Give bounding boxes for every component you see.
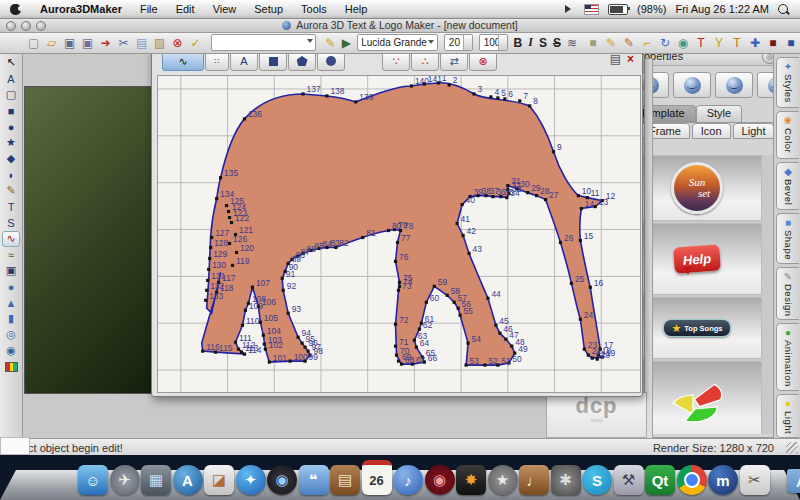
node-4[interactable] [489, 95, 492, 98]
dock-chrome[interactable] [677, 465, 707, 495]
node-9[interactable] [552, 150, 555, 153]
letter-t-red-icon[interactable]: T [692, 35, 709, 51]
node-101[interactable] [268, 360, 271, 363]
node-72[interactable] [394, 323, 397, 326]
style-preset-3[interactable] [715, 72, 753, 98]
delete-icon[interactable]: ⊗ [169, 35, 186, 51]
texture-cube-icon[interactable]: ■ [584, 35, 601, 51]
node-127[interactable] [210, 236, 213, 239]
node-52[interactable] [483, 363, 486, 366]
star-tool[interactable]: ★ [2, 135, 20, 151]
globe-tool[interactable]: ◉ [2, 343, 20, 359]
node-46[interactable] [498, 332, 501, 335]
node-81[interactable] [361, 236, 364, 239]
node-102[interactable] [264, 348, 267, 351]
dock-dashboard[interactable]: ✱ [551, 465, 581, 495]
node-91[interactable] [281, 277, 284, 280]
cone-tool[interactable]: ▲ [2, 295, 20, 311]
node-100[interactable] [289, 360, 292, 363]
font-size-stepper[interactable]: 20 [444, 34, 473, 51]
dock-launchpad[interactable]: ✈ [110, 465, 140, 495]
dock-finder[interactable]: ☺ [78, 465, 108, 495]
close-window-button[interactable] [6, 21, 16, 31]
node-75[interactable] [398, 281, 401, 284]
style-s-button[interactable]: S [539, 36, 547, 50]
node-69[interactable] [397, 360, 400, 363]
char-spacing-button[interactable]: ≋ [567, 36, 577, 50]
node-10[interactable] [577, 194, 580, 197]
node-112[interactable] [237, 348, 240, 351]
dock-contacts[interactable]: ▤ [330, 465, 360, 495]
node-41[interactable] [456, 222, 459, 225]
dock-dvd-player[interactable]: ◉ [425, 465, 455, 495]
curve-tool-button[interactable]: ∿ [162, 52, 204, 71]
node-140[interactable] [410, 84, 413, 87]
apple-menu-icon[interactable] [10, 4, 21, 15]
ellipse-shape-button[interactable] [317, 52, 345, 71]
spotlight-icon[interactable] [778, 4, 788, 14]
node-16[interactable] [589, 286, 592, 289]
rect-shape-button[interactable] [259, 52, 287, 71]
node-14[interactable] [580, 207, 583, 210]
dock-calendar[interactable]: 26 [362, 460, 392, 495]
menu-file[interactable]: File [131, 3, 167, 15]
dialog-save-button[interactable]: ▤ [610, 52, 621, 66]
tab-design[interactable]: ✎Design [776, 267, 799, 321]
globe-texture-icon[interactable]: ◉ [674, 35, 691, 51]
node-103[interactable] [263, 343, 266, 346]
dock-photo-booth[interactable]: ◉ [267, 465, 297, 495]
node-23[interactable] [583, 348, 586, 351]
style-text-tool[interactable]: S [2, 215, 20, 231]
dialog-close-button[interactable]: × [627, 52, 634, 66]
shape-3d-tool[interactable]: ▣ [2, 263, 20, 279]
node-55[interactable] [459, 314, 462, 317]
tab-style[interactable]: Style [696, 105, 742, 122]
node-126[interactable] [228, 242, 231, 245]
node-6[interactable] [503, 97, 506, 100]
resize-grip[interactable] [786, 442, 798, 454]
node-130[interactable] [207, 268, 210, 271]
dock-aurora-3d[interactable]: m [708, 465, 738, 495]
node-68[interactable] [400, 362, 403, 365]
texture-text-tool[interactable]: T [2, 199, 20, 215]
node-21[interactable] [591, 357, 594, 360]
node-24[interactable] [579, 318, 582, 321]
node-5[interactable] [496, 96, 499, 99]
rect-tool[interactable]: ■ [2, 103, 20, 119]
node-43[interactable] [467, 252, 470, 255]
dock-safari[interactable]: ✦ [236, 465, 266, 495]
points-mode-button[interactable]: ∷ [205, 52, 229, 71]
curve-edit-tool[interactable]: ∿ [2, 231, 20, 247]
dock-garageband[interactable]: ♩ [519, 465, 549, 495]
window-controls[interactable] [6, 21, 46, 31]
node-76[interactable] [394, 260, 397, 263]
dock-app-store[interactable]: A [173, 465, 203, 495]
save-as-icon[interactable]: ▣ [79, 35, 96, 51]
menu-aurora3dmaker[interactable]: Aurora3DMaker [31, 3, 131, 15]
minimize-window-button[interactable] [21, 21, 31, 31]
node-74[interactable] [398, 285, 401, 288]
pen-tool[interactable]: ✎ [2, 183, 20, 199]
tab-light[interactable]: ●Light [776, 394, 799, 438]
menu-tools[interactable]: Tools [292, 3, 336, 15]
node-135[interactable] [219, 176, 222, 179]
node-3[interactable] [472, 92, 475, 95]
marker-orange-icon[interactable]: ✎ [620, 35, 637, 51]
dock-ichat[interactable]: ❝ [299, 465, 329, 495]
dock-applications-folder[interactable]: A [787, 469, 800, 493]
node-54[interactable] [466, 342, 469, 345]
rounded-rect-tool[interactable]: ▢ [2, 87, 20, 103]
snap-icon[interactable]: ✚ [746, 35, 763, 51]
node-104[interactable] [262, 334, 265, 337]
node-137[interactable] [302, 92, 305, 95]
node-58[interactable] [446, 294, 449, 297]
node-128[interactable] [209, 246, 212, 249]
zoom-window-button[interactable] [36, 21, 46, 31]
node-133[interactable] [204, 299, 207, 302]
edit-style-icon[interactable]: ✎ [323, 35, 338, 51]
node-27[interactable] [544, 198, 547, 201]
letter-y-gold-icon[interactable]: Y [710, 35, 727, 51]
node-22[interactable] [587, 354, 590, 357]
node-77[interactable] [396, 241, 399, 244]
node-42[interactable] [462, 234, 465, 237]
